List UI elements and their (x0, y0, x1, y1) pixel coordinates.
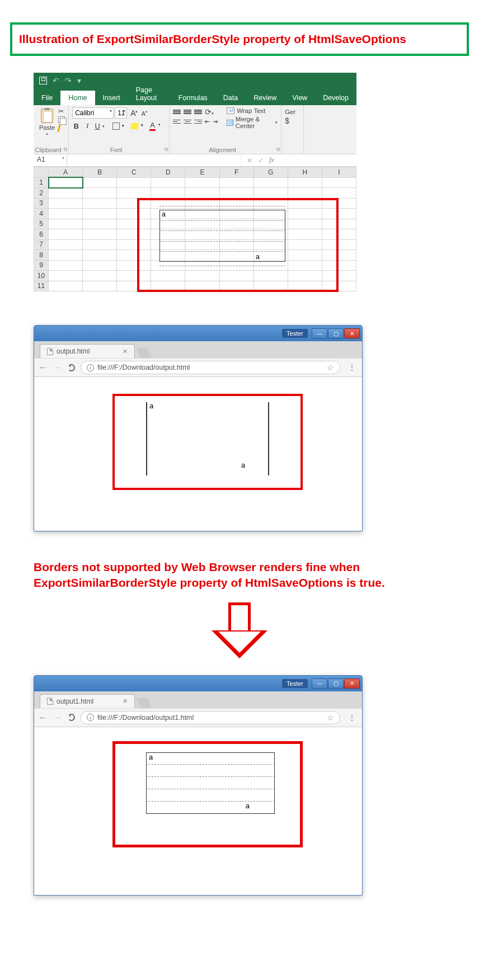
tab-view[interactable]: View (284, 91, 315, 105)
bold-button[interactable]: B (72, 122, 80, 130)
redo-icon[interactable]: ↷ (65, 76, 72, 85)
align-left-icon[interactable] (173, 120, 181, 124)
dialog-launcher-icon[interactable]: ⧉ (276, 147, 280, 153)
menu-button[interactable]: ⋮ (346, 713, 358, 722)
new-tab-button[interactable] (137, 698, 152, 708)
enter-icon[interactable]: ✓ (258, 157, 264, 164)
dialog-launcher-icon[interactable]: ⧉ (165, 147, 168, 153)
name-box[interactable]: A1 (34, 154, 67, 166)
increase-indent-icon[interactable]: ⇥ (213, 118, 218, 125)
tab-developer[interactable]: Develop (315, 91, 356, 105)
back-button[interactable]: ← (39, 713, 48, 723)
align-bottom-icon[interactable] (194, 110, 202, 114)
forward-button[interactable]: → (53, 713, 62, 723)
reload-icon[interactable] (68, 364, 75, 371)
browser-tab[interactable]: output.html ✕ (40, 344, 135, 358)
close-tab-icon[interactable]: ✕ (123, 348, 128, 355)
address-bar[interactable]: i file:///F:/Download/output.html ☆ (81, 361, 340, 374)
tab-home[interactable]: Home (60, 91, 95, 105)
row-header[interactable]: 8 (34, 250, 49, 261)
row-header[interactable]: 1 (34, 177, 49, 188)
menu-button[interactable]: ⋮ (346, 363, 358, 372)
tab-review[interactable]: Review (246, 91, 284, 105)
qat-customize-icon[interactable]: ▾ (77, 76, 81, 85)
close-button[interactable]: ✕ (344, 679, 360, 689)
font-name-select[interactable]: Calibri (72, 107, 114, 119)
fx-label[interactable]: fx (269, 156, 274, 164)
decrease-font-icon[interactable]: A▾ (141, 110, 147, 117)
italic-button[interactable]: I (83, 121, 91, 130)
browser-titlebar: Tester — ▢ ✕ (34, 676, 362, 691)
bookmark-icon[interactable]: ☆ (327, 713, 334, 722)
merge-center-button[interactable]: Merge & Center▾ (227, 116, 278, 129)
minimize-button[interactable]: — (312, 679, 327, 689)
font-color-button[interactable]: A (149, 121, 156, 131)
browser-tab[interactable]: output1.html ✕ (40, 694, 135, 708)
maximize-button[interactable]: ▢ (328, 679, 344, 689)
tab-data[interactable]: Data (215, 91, 246, 105)
maximize-button[interactable]: ▢ (328, 328, 344, 338)
row-header[interactable]: 2 (34, 188, 49, 199)
close-tab-icon[interactable]: ✕ (123, 698, 128, 705)
tab-file[interactable]: File (34, 91, 60, 105)
new-tab-button[interactable] (137, 348, 152, 358)
dialog-launcher-icon[interactable]: ⧉ (64, 147, 67, 153)
cancel-icon[interactable]: ✕ (247, 157, 252, 164)
spreadsheet-grid[interactable]: A B C D E F G H I 1 2 3 4 5 6 7 8 9 10 1… (34, 167, 356, 291)
site-info-icon[interactable]: i (87, 364, 94, 371)
underline-button[interactable]: U (95, 122, 102, 130)
tab-insert[interactable]: Insert (95, 91, 128, 105)
save-icon[interactable] (39, 77, 47, 84)
row-header[interactable]: 7 (34, 239, 49, 250)
col-header[interactable]: G (253, 167, 288, 178)
format-painter-icon[interactable] (57, 124, 65, 132)
cell-a1[interactable] (49, 177, 83, 188)
align-middle-icon[interactable] (184, 110, 191, 114)
col-header[interactable]: F (219, 167, 253, 178)
col-header[interactable]: A (49, 167, 83, 178)
col-header[interactable]: C (117, 167, 151, 178)
site-info-icon[interactable]: i (87, 714, 94, 721)
row-header[interactable]: 11 (34, 281, 49, 291)
clipboard-icon (41, 109, 53, 123)
cut-icon[interactable]: ✂ (58, 107, 65, 115)
col-header[interactable]: E (185, 167, 219, 178)
row-header[interactable]: 3 (34, 198, 49, 209)
font-size-select[interactable]: 11 (115, 107, 127, 119)
undo-icon[interactable]: ↶ (53, 76, 59, 85)
col-header[interactable]: I (322, 167, 356, 178)
paste-button[interactable]: Paste ▾ (37, 107, 57, 138)
tab-formulas[interactable]: Formulas (171, 91, 215, 105)
tab-page-layout[interactable]: Page Layout (128, 83, 171, 105)
align-right-icon[interactable] (194, 120, 202, 124)
number-format-select[interactable]: Ger (285, 107, 300, 116)
increase-font-icon[interactable]: A▴ (130, 109, 138, 117)
row-header[interactable]: 10 (34, 271, 49, 281)
copy-icon[interactable] (58, 116, 65, 123)
close-button[interactable]: ✕ (344, 328, 360, 338)
user-badge[interactable]: Tester (282, 679, 308, 688)
align-center-icon[interactable] (184, 120, 191, 124)
row-header[interactable]: 6 (34, 229, 49, 240)
col-header[interactable]: B (83, 167, 117, 178)
col-header[interactable]: H (288, 167, 322, 178)
fill-color-button[interactable] (130, 123, 139, 129)
currency-button[interactable]: $ (285, 116, 300, 125)
reload-icon[interactable] (68, 714, 75, 721)
row-header[interactable]: 5 (34, 219, 49, 229)
bookmark-icon[interactable]: ☆ (327, 363, 334, 372)
forward-button[interactable]: → (53, 362, 62, 373)
back-button[interactable]: ← (39, 362, 48, 373)
user-badge[interactable]: Tester (282, 329, 308, 338)
borders-button[interactable] (112, 123, 120, 130)
address-bar[interactable]: i file:///F:/Download/output1.html ☆ (81, 711, 340, 724)
orientation-icon[interactable]: ⟳▾ (205, 107, 214, 116)
col-header[interactable]: D (151, 167, 185, 178)
wrap-text-button[interactable]: Wrap Text (227, 107, 278, 114)
decrease-indent-icon[interactable]: ⇤ (205, 118, 210, 125)
row-header[interactable]: 4 (34, 209, 49, 219)
align-top-icon[interactable] (173, 110, 181, 114)
minimize-button[interactable]: — (312, 328, 327, 338)
select-all-corner[interactable] (34, 167, 49, 178)
row-header[interactable]: 9 (34, 260, 49, 271)
